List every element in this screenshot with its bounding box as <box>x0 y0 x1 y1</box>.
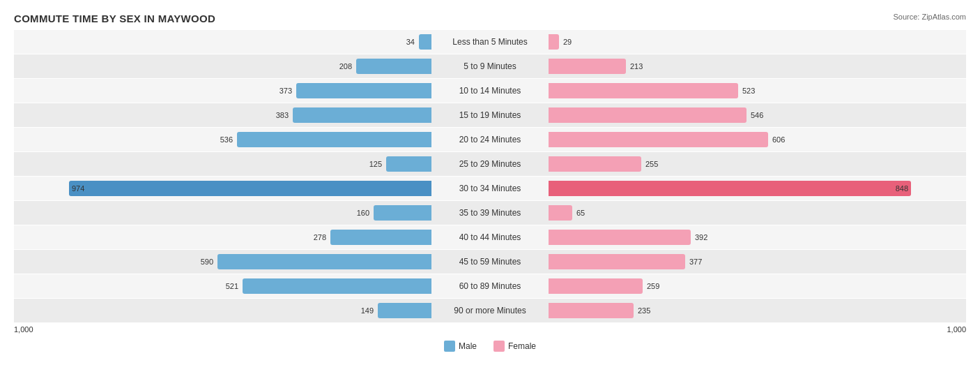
row-label: 15 to 19 Minutes <box>434 110 546 120</box>
axis-labels: 1,000 1,000 <box>14 325 966 334</box>
male-value: 383 <box>268 111 289 119</box>
legend-male: Male <box>444 341 477 352</box>
female-value: 377 <box>689 258 702 266</box>
male-section: 974 <box>14 177 434 200</box>
table-row: 14990 or more Minutes235 <box>14 299 966 322</box>
female-value: 848 <box>896 184 908 193</box>
chart-title: COMMUTE TIME BY SEX IN MAYWOOD <box>14 13 966 24</box>
legend-female-box <box>493 341 505 352</box>
female-bar <box>549 34 559 50</box>
table-row: 38315 to 19 Minutes546 <box>14 103 966 127</box>
table-row: 34Less than 5 Minutes29 <box>14 30 966 54</box>
female-value: 65 <box>576 209 585 217</box>
male-bar <box>237 132 431 147</box>
female-value: 392 <box>695 233 707 241</box>
table-row: 37310 to 14 Minutes523 <box>14 79 966 103</box>
female-bar <box>549 59 626 74</box>
female-section: 546 <box>546 103 966 127</box>
legend-female-label: Female <box>508 341 536 351</box>
legend-male-label: Male <box>459 341 477 351</box>
female-bar <box>549 205 572 221</box>
row-label: 25 to 29 Minutes <box>434 159 546 169</box>
male-section: 536 <box>14 128 434 151</box>
female-bar <box>549 132 768 147</box>
female-value: 546 <box>751 111 763 119</box>
male-value: 278 <box>305 233 326 241</box>
legend: Male Female <box>14 341 966 352</box>
female-bar <box>549 230 691 245</box>
male-bar <box>378 303 431 318</box>
table-row: 2085 to 9 Minutes213 <box>14 54 966 78</box>
female-section: 392 <box>546 225 966 249</box>
table-row: 16035 to 39 Minutes65 <box>14 201 966 225</box>
male-section: 160 <box>14 201 434 225</box>
male-value: 208 <box>331 62 352 70</box>
female-value: 255 <box>645 160 658 168</box>
male-bar <box>330 230 431 245</box>
female-section: 377 <box>546 250 966 274</box>
male-bar <box>374 205 431 221</box>
male-value: 160 <box>349 209 369 217</box>
source-text: Source: ZipAtlas.com <box>893 13 966 21</box>
female-bar <box>549 303 634 318</box>
female-section: 606 <box>546 128 966 151</box>
male-value: 149 <box>353 306 374 315</box>
male-section: 590 <box>14 250 434 274</box>
female-value: 235 <box>638 306 650 315</box>
row-label: 10 to 14 Minutes <box>434 86 546 96</box>
male-value: 521 <box>217 282 238 290</box>
male-section: 125 <box>14 152 434 176</box>
female-bar <box>549 83 738 98</box>
female-section: 848 <box>546 177 966 200</box>
male-section: 149 <box>14 299 434 322</box>
female-bar <box>549 107 747 123</box>
axis-right-label: 1,000 <box>947 325 966 334</box>
male-section: 383 <box>14 103 434 127</box>
row-label: 60 to 89 Minutes <box>434 281 546 291</box>
row-label: 20 to 24 Minutes <box>434 135 546 144</box>
female-value: 523 <box>742 87 755 95</box>
row-label: 5 to 9 Minutes <box>434 61 546 71</box>
female-section: 213 <box>546 54 966 78</box>
female-section: 29 <box>546 30 966 54</box>
male-section: 208 <box>14 54 434 78</box>
axis-left-label: 1,000 <box>14 325 33 334</box>
row-label: Less than 5 Minutes <box>434 37 546 47</box>
male-bar <box>419 34 431 50</box>
row-label: 90 or more Minutes <box>434 306 546 315</box>
chart-container: COMMUTE TIME BY SEX IN MAYWOOD Source: Z… <box>0 0 980 365</box>
row-label: 35 to 39 Minutes <box>434 208 546 218</box>
table-row: 27840 to 44 Minutes392 <box>14 225 966 249</box>
female-bar: 848 <box>549 181 911 196</box>
female-value: 29 <box>563 38 572 46</box>
female-section: 259 <box>546 274 966 298</box>
male-section: 521 <box>14 274 434 298</box>
male-bar <box>386 156 431 172</box>
female-bar <box>549 254 685 269</box>
table-row: 97430 to 34 Minutes848 <box>14 177 966 200</box>
male-value: 125 <box>361 160 382 168</box>
female-value: 213 <box>630 62 643 70</box>
male-bar <box>293 107 431 123</box>
row-label: 45 to 59 Minutes <box>434 257 546 267</box>
male-bar <box>356 59 431 74</box>
male-section: 373 <box>14 79 434 103</box>
male-bar <box>243 278 431 294</box>
female-bar <box>549 156 641 172</box>
female-value: 259 <box>647 282 659 290</box>
male-value: 590 <box>192 258 213 266</box>
male-section: 278 <box>14 225 434 249</box>
male-value: 536 <box>212 135 233 144</box>
chart-inner: 34Less than 5 Minutes292085 to 9 Minutes… <box>14 30 966 352</box>
male-bar <box>217 254 431 269</box>
female-section: 255 <box>546 152 966 176</box>
table-row: 52160 to 89 Minutes259 <box>14 274 966 298</box>
table-row: 12525 to 29 Minutes255 <box>14 152 966 176</box>
female-section: 235 <box>546 299 966 322</box>
female-section: 523 <box>546 79 966 103</box>
legend-female: Female <box>493 341 536 352</box>
row-label: 30 to 34 Minutes <box>434 184 546 193</box>
male-value: 34 <box>394 38 415 46</box>
male-value: 974 <box>72 184 84 193</box>
male-value: 373 <box>271 87 292 95</box>
